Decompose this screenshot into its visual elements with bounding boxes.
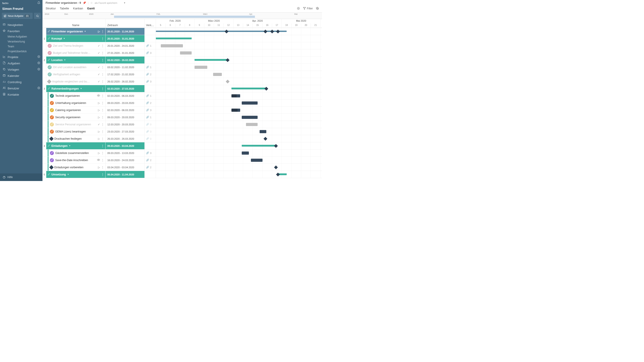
- gantt-bar[interactable]: [242, 145, 276, 147]
- more-icon[interactable]: ⋮: [101, 151, 104, 155]
- chevron-down-icon[interactable]: ▼: [67, 173, 69, 175]
- tab-tabelle[interactable]: Tabelle: [60, 5, 69, 11]
- gantt-bar[interactable]: [242, 151, 249, 155]
- task-row[interactable]: Ort und Location auswählen✓⋮03.02.2020 -…: [42, 64, 322, 71]
- plus-icon[interactable]: [37, 55, 40, 59]
- task-row[interactable]: Security organisieren▷⋮09.03.2020 - 20.0…: [42, 114, 322, 121]
- play-icon[interactable]: ▷: [98, 109, 100, 112]
- task-row[interactable]: Service Personal organisieren✓⋮12.03.202…: [42, 121, 322, 128]
- gantt-bar[interactable]: [194, 66, 207, 69]
- more-icon[interactable]: ⋮: [101, 130, 104, 133]
- play-icon[interactable]: ▷: [98, 130, 100, 133]
- more-icon[interactable]: ⋮: [101, 116, 104, 119]
- gantt-diamond[interactable]: [276, 30, 280, 33]
- task-row[interactable]: Unterhaltung organisieren▷⋮09.03.2020 - …: [42, 99, 322, 107]
- task-row[interactable]: Einladungen vorbereiten▷⋮03.04.2020 - 03…: [42, 164, 322, 171]
- timeline-overview[interactable]: 2019Dez.2020Jan.Feb.MärzApr.Mai: [42, 12, 322, 19]
- gantt-bar[interactable]: [242, 101, 258, 105]
- col-date[interactable]: Zeitraum: [106, 19, 145, 28]
- gantt-bar[interactable]: [156, 37, 192, 39]
- play-icon[interactable]: ▷: [98, 166, 100, 169]
- gantt-bar[interactable]: [246, 123, 258, 126]
- plus-icon[interactable]: [37, 61, 40, 65]
- task-row[interactable]: Gästeliste zusammenstellen▷⋮09.03.2020 -…: [42, 149, 322, 157]
- pin-icon[interactable]: 📌: [83, 1, 86, 4]
- sidebar-item-favoriten[interactable]: Favoriten: [0, 28, 42, 34]
- task-row[interactable]: Angebote vergleichen und bu…✓⋮26.02.2020…: [42, 78, 322, 85]
- new-task-button[interactable]: Neue Aufgabe (0): [2, 13, 33, 19]
- task-row[interactable]: Firmenfeier organisieren▼▷⋮20.01.2020 - …: [42, 28, 322, 35]
- more-icon[interactable]: ⋮: [101, 109, 104, 112]
- task-row[interactable]: 4Einladungen▼⋮09.03.2020 - 03.04.2020: [42, 142, 322, 149]
- task-row[interactable]: 5Umsetzung▼⋮06.04.2020 - 11.04.2020: [42, 171, 322, 178]
- task-row[interactable]: Budget und Teilnehmer festle…✓⋮27.01.202…: [42, 49, 322, 56]
- gantt-diamond[interactable]: [226, 80, 230, 84]
- sidebar-item-benutzer[interactable]: Benutzer: [0, 85, 42, 91]
- more-icon[interactable]: ⋮: [101, 87, 104, 90]
- play-icon[interactable]: ▷: [98, 151, 100, 155]
- play-icon[interactable]: ▷: [98, 101, 100, 105]
- more-icon[interactable]: ⋮: [101, 80, 104, 83]
- task-row[interactable]: 1Konzept▼⋮20.01.2020 - 31.01.2020: [42, 35, 322, 42]
- task-row[interactable]: 3Rahmenbedingungen▼⋮02.03.2020 - 27.03.2…: [42, 85, 322, 92]
- more-icon[interactable]: ⋮: [101, 159, 104, 162]
- tab-struktur[interactable]: Struktur: [46, 5, 56, 11]
- gantt-diamond[interactable]: [264, 30, 267, 33]
- task-row[interactable]: GEMA Lizenz beantragen▷⋮23.03.2020 - 27.…: [42, 128, 322, 135]
- sidebar-sub-item[interactable]: Meine Aufgaben: [0, 34, 42, 39]
- sidebar-sub-item[interactable]: Verantwortung: [0, 39, 42, 44]
- chevron-down-icon[interactable]: ▼: [124, 2, 126, 4]
- more-icon[interactable]: ⋮: [101, 123, 104, 126]
- plus-icon[interactable]: [37, 68, 40, 71]
- gantt-bar[interactable]: [232, 94, 240, 97]
- sidebar-item-aufgaben[interactable]: Aufgaben: [0, 60, 42, 66]
- more-icon[interactable]: ⋮: [101, 166, 104, 169]
- gantt-diamond[interactable]: [225, 30, 228, 33]
- bell-icon[interactable]: [37, 1, 40, 5]
- filter-button[interactable]: Filter: [303, 7, 313, 10]
- task-row[interactable]: Verfügbarkeit anfragen✓⋮17.02.2020 - 21.…: [42, 71, 322, 78]
- task-row[interactable]: Ziel und Thema festlegen✓⋮20.01.2020 - 2…: [42, 42, 322, 49]
- sidebar-item-kalender[interactable]: Kalender: [0, 73, 42, 79]
- sidebar-item-vorlagen[interactable]: Vorlagen: [0, 66, 42, 73]
- gantt-bar[interactable]: [232, 109, 240, 112]
- play-icon[interactable]: ▷: [98, 116, 100, 119]
- col-name[interactable]: Name: [46, 19, 106, 28]
- more-icon[interactable]: ⋮: [101, 144, 104, 147]
- sidebar-item-kontakte[interactable]: Kontakte: [0, 91, 42, 98]
- gantt-diamond[interactable]: [274, 166, 278, 169]
- gantt-bar[interactable]: [260, 130, 266, 133]
- app-name[interactable]: factro: [2, 2, 8, 4]
- more-icon[interactable]: ⋮: [101, 94, 104, 97]
- gantt-bar[interactable]: [213, 73, 222, 76]
- task-row[interactable]: Save-the-Date Anschreiben⋮16.03.2020 - 2…: [42, 157, 322, 164]
- more-icon[interactable]: ⋮: [101, 101, 104, 105]
- plus-icon[interactable]: [37, 86, 40, 90]
- star-icon[interactable]: ☆: [90, 1, 93, 4]
- task-row[interactable]: 2Location▼⋮03.02.2020 - 26.02.2020: [42, 56, 322, 64]
- gantt-bar[interactable]: [251, 159, 262, 162]
- sidebar-sub-item[interactable]: Projektüberblick: [0, 49, 42, 54]
- task-row[interactable]: Catering organisieren▷⋮02.03.2020 - 06.0…: [42, 107, 322, 114]
- chevron-down-icon[interactable]: ▼: [84, 30, 86, 32]
- sidebar-item-neuigkeiten[interactable]: Neuigkeiten: [0, 22, 42, 28]
- add-icon[interactable]: [297, 7, 300, 10]
- search-button[interactable]: [34, 13, 41, 19]
- gantt-diamond[interactable]: [264, 137, 267, 141]
- more-icon[interactable]: ⋮: [101, 58, 104, 62]
- save-favorite[interactable]: als Favorit speichern: [94, 1, 118, 4]
- task-row[interactable]: Drucksachen festlegen▷⋮26.03.2020 - 26.0…: [42, 135, 322, 142]
- help-link[interactable]: Hilfe: [0, 173, 42, 181]
- more-icon[interactable]: ⋮: [101, 44, 104, 47]
- sidebar-item-controlling[interactable]: Controlling: [0, 79, 42, 85]
- gantt-bar[interactable]: [194, 59, 228, 61]
- task-row[interactable]: Technik organisieren⋮02.03.2020 - 06.03.…: [42, 92, 322, 99]
- chevron-down-icon[interactable]: ▼: [64, 59, 66, 61]
- more-icon[interactable]: ⋮: [101, 173, 104, 176]
- sidebar-item-projekte[interactable]: Projekte: [0, 54, 42, 60]
- tab-kanban[interactable]: Kanban: [73, 5, 83, 11]
- chevron-down-icon[interactable]: ▼: [63, 37, 65, 39]
- more-icon[interactable]: ⋮: [101, 37, 104, 40]
- col-link[interactable]: Verk…: [145, 19, 156, 28]
- gantt-bar[interactable]: [232, 88, 266, 89]
